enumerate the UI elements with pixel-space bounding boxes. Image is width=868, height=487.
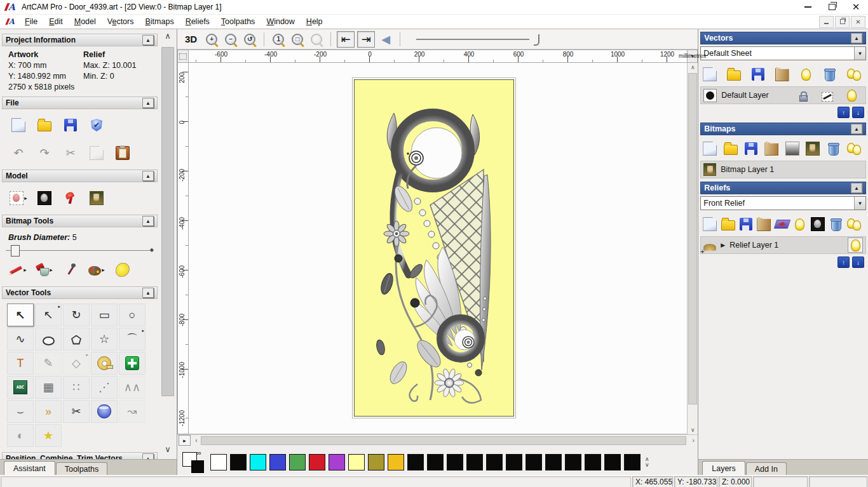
scroll-down-icon[interactable]: ∨: [165, 443, 171, 455]
layer-colour-swatch[interactable]: [703, 89, 717, 102]
palette-scroll[interactable]: ∧ ∨: [645, 457, 649, 468]
set-model-size-icon[interactable]: ▸: [7, 187, 30, 209]
preview-relief-icon[interactable]: [810, 216, 825, 232]
menu-help[interactable]: Help: [301, 16, 329, 27]
scrollbar-thumb[interactable]: [161, 47, 174, 396]
open-vector-layer-icon[interactable]: [726, 66, 742, 83]
merge-vector-layers-icon[interactable]: [775, 66, 790, 83]
colour-palette-icon[interactable]: ▸: [85, 259, 108, 281]
palette-swatch-3[interactable]: [269, 454, 286, 470]
collapse-button[interactable]: ▲: [851, 183, 862, 193]
collapse-button[interactable]: ▲: [851, 124, 862, 134]
palette-swatch-12[interactable]: [447, 454, 463, 470]
palette-swatch-1[interactable]: [230, 454, 247, 470]
close-button[interactable]: ✕: [844, 0, 868, 14]
menu-edit[interactable]: Edit: [43, 16, 69, 27]
palette-swatch-21[interactable]: [624, 454, 641, 470]
palette-swatch-14[interactable]: [486, 454, 503, 470]
merge-relief-layers-icon[interactable]: [756, 216, 771, 232]
flyout-arrow-icon[interactable]: ▸: [58, 304, 60, 309]
collapse-button[interactable]: ▲: [851, 33, 862, 43]
secondary-colour-swatch[interactable]: [191, 460, 204, 473]
save-model-icon[interactable]: [59, 114, 82, 136]
delete-vector-layer-icon[interactable]: [822, 66, 837, 83]
scroll-up-icon[interactable]: ∧: [165, 29, 171, 42]
primary-secondary-colour-indicator[interactable]: ∞: [182, 451, 207, 473]
minimize-button[interactable]: [796, 0, 820, 14]
toggle-all-visibility-icon[interactable]: [846, 66, 862, 83]
magic-fill-icon[interactable]: [111, 259, 134, 281]
add-texture-icon[interactable]: [85, 187, 108, 209]
layer-visibility-icon[interactable]: [840, 84, 863, 106]
palette-swatch-13[interactable]: [466, 454, 483, 470]
collapse-button[interactable]: ▲: [142, 288, 154, 298]
scrollbar-thumb[interactable]: [688, 73, 697, 404]
envelope-distortion-icon[interactable]: ▦: [35, 376, 62, 399]
toggle-bitmap-visibility-icon[interactable]: ⇤: [337, 31, 355, 48]
tab-assistant[interactable]: Assistant: [4, 461, 55, 475]
new-relief-layer-icon[interactable]: [702, 216, 717, 232]
palette-swatch-17[interactable]: [545, 454, 562, 470]
slider-handle[interactable]: [11, 245, 20, 257]
flyout-arrow-icon[interactable]: ▸: [50, 267, 53, 273]
menu-bitmaps[interactable]: Bitmaps: [139, 16, 179, 27]
expander-icon[interactable]: ▶: [721, 242, 725, 248]
undo-icon[interactable]: ↶: [7, 142, 30, 164]
toggle-visibility-icon[interactable]: [798, 66, 813, 83]
layer-visibility-button[interactable]: [848, 237, 863, 253]
tab-layers[interactable]: Layers: [702, 461, 745, 475]
horizontal-scrollbar[interactable]: ▸ ‹ ›: [177, 434, 698, 446]
bitmap-image-icon[interactable]: [805, 140, 820, 157]
menu-vectors[interactable]: Vectors: [102, 16, 140, 27]
ruler-origin-button[interactable]: [177, 50, 189, 63]
view-3d-button[interactable]: 3D: [182, 34, 200, 44]
chevron-down-icon[interactable]: ▼: [854, 47, 865, 60]
save-relief-layer-icon[interactable]: [738, 216, 754, 232]
lock-layer-icon[interactable]: [792, 84, 815, 106]
flyout-arrow-icon[interactable]: ▸: [24, 267, 27, 273]
collapse-button[interactable]: ▲: [142, 98, 154, 108]
mdi-close-button[interactable]: ✕: [851, 16, 865, 28]
fit-arcs-icon[interactable]: ⌣: [7, 400, 34, 423]
tab-toolpaths[interactable]: Toolpaths: [56, 462, 108, 475]
create-rectangle-icon[interactable]: ▭: [91, 304, 118, 326]
create-arc-icon[interactable]: ⌒▸: [119, 328, 146, 350]
relief-visibility-icon[interactable]: [792, 216, 808, 232]
palette-swatch-6[interactable]: [329, 454, 345, 470]
palette-swatch-7[interactable]: [348, 454, 365, 470]
fade-slider-handle[interactable]: [534, 34, 539, 46]
palette-scroll-down-icon[interactable]: ∨: [645, 462, 649, 468]
join-vectors-icon[interactable]: »: [35, 400, 62, 423]
palette-swatch-5[interactable]: [309, 454, 325, 470]
palette-swatch-15[interactable]: [506, 454, 522, 470]
node-editing-icon[interactable]: ↖▸: [35, 304, 62, 326]
restore-button[interactable]: [820, 0, 844, 14]
new-vector-layer-icon[interactable]: [702, 66, 717, 83]
collapse-button[interactable]: ▲: [142, 35, 154, 45]
palette-swatch-9[interactable]: [388, 454, 404, 470]
palette-swatch-18[interactable]: [565, 454, 581, 470]
palette-swatch-20[interactable]: [604, 454, 621, 470]
menu-toolpaths[interactable]: Toolpaths: [215, 16, 261, 27]
flood-fill-icon[interactable]: ▸: [33, 259, 56, 281]
delete-relief-layer-icon[interactable]: [829, 216, 844, 232]
move-layer-up-button[interactable]: ↑: [837, 257, 850, 268]
flyout-arrow-icon[interactable]: ▸: [102, 267, 105, 273]
toggle-vector-visibility-icon[interactable]: ⇥: [357, 31, 375, 48]
block-paste-icon[interactable]: ∷: [63, 376, 90, 399]
mirror-vectors-icon[interactable]: ◐: [7, 424, 34, 447]
toggle-all-reliefs-icon[interactable]: [846, 216, 862, 232]
vector-layer-row[interactable]: Default Layer: [700, 86, 866, 104]
menu-reliefs[interactable]: Reliefs: [180, 16, 215, 27]
pick-colour-icon[interactable]: [59, 259, 82, 281]
adjust-model-icon[interactable]: [33, 187, 56, 209]
greyscale-icon[interactable]: [785, 140, 800, 157]
vertical-scrollbar[interactable]: ∧ ∨: [687, 63, 698, 434]
artwork-preview[interactable]: [354, 79, 514, 417]
open-model-icon[interactable]: [33, 114, 56, 136]
brush-diameter-slider[interactable]: ◆: [6, 244, 150, 256]
paint-icon[interactable]: ▸: [7, 259, 30, 281]
relief-layer-row[interactable]: ▶ Relief Layer 1: [700, 236, 866, 254]
flyout-arrow-icon[interactable]: ▸: [142, 328, 144, 333]
weld-vectors-icon[interactable]: ★: [35, 424, 62, 447]
